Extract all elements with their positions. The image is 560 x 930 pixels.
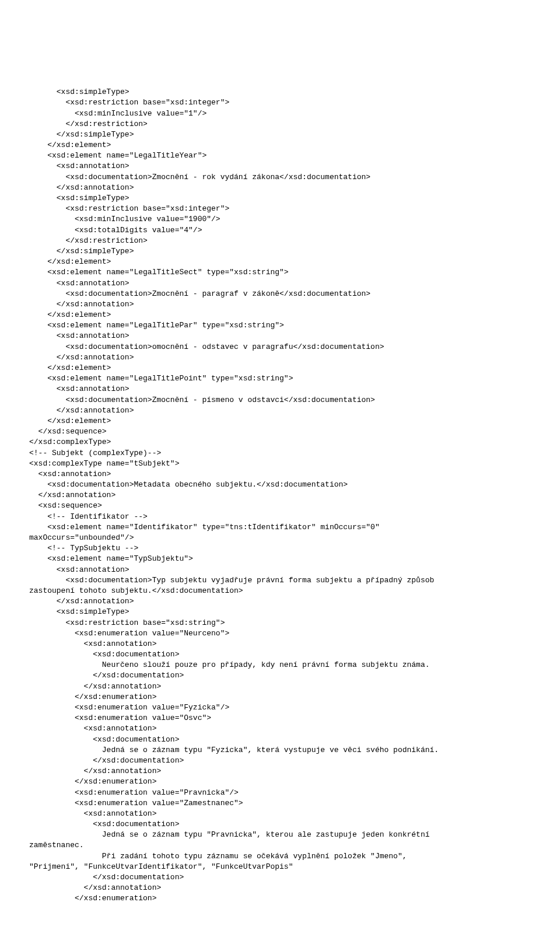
xml-code-content: <xsd:simpleType> <xsd:restriction base="… [29, 87, 560, 904]
document-page: <xsd:simpleType> <xsd:restriction base="… [29, 66, 560, 930]
